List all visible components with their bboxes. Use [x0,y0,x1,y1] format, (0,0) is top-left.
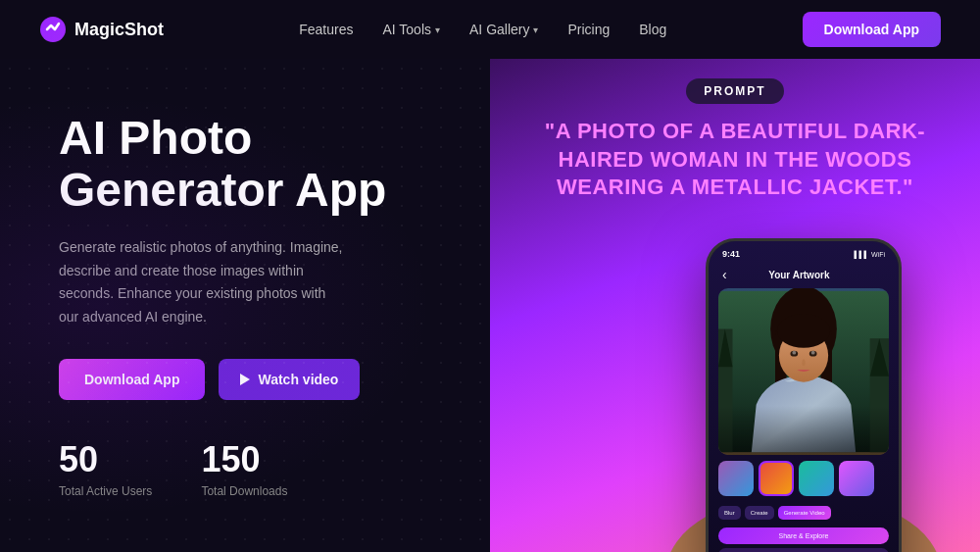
nav-download-button[interactable]: Download App [803,12,941,47]
nav-link-features[interactable]: Features [299,22,353,37]
hero-right-panel: PROMPT "A PHOTO OF A BEAUTIFUL DARK-HAIR… [490,59,980,552]
nav-link-aigallery[interactable]: AI Gallery ▾ [469,22,538,37]
stat-downloads-number: 150 [201,439,287,480]
prompt-text: "A PHOTO OF A BEAUTIFUL DARK-HAIRED WOMA… [510,118,960,202]
phone-header: ‹ Your Artwork [709,263,899,288]
hero-buttons: Download App Watch video [59,359,441,400]
play-icon [240,374,250,385]
blur-action-btn[interactable]: Blur [718,506,741,520]
svg-point-17 [777,314,830,348]
main-content: AI Photo Generator App Generate realisti… [0,59,980,552]
nav-link-aitools[interactable]: AI Tools ▾ [382,22,440,37]
signal-icon: ▐▐▐ [852,251,866,258]
phone-status-icons: ▐▐▐ WiFi [852,251,885,258]
stat-users-number: 50 [59,439,152,480]
chevron-down-icon: ▾ [533,25,538,35]
nav-link-pricing[interactable]: Pricing [567,22,610,37]
phone-ai-image [718,288,889,455]
phone-screen: 9:41 ▐▐▐ WiFi ‹ Your Artwork [709,241,899,552]
stat-users-label: Total Active Users [59,484,152,498]
logo-text: MagicShot [74,20,164,40]
logo[interactable]: MagicShot [39,16,164,43]
hero-watch-button[interactable]: Watch video [219,359,360,400]
stat-active-users: 50 Total Active Users [59,439,152,498]
hero-description: Generate realistic photos of anything. I… [59,236,343,329]
wifi-icon: WiFi [871,251,885,258]
thumbnail-2[interactable] [759,461,794,496]
share-explore-button[interactable]: Share & Explore [718,527,889,544]
svg-point-0 [40,17,66,42]
generate-action-btn[interactable]: Generate Video [778,506,831,520]
stat-downloads-label: Total Downloads [201,484,287,498]
phone-time: 9:41 [722,249,740,259]
phone-download-button[interactable]: Download [718,548,889,552]
image-overlay [718,406,889,455]
thumbnail-3[interactable] [799,461,834,496]
hero-left-panel: AI Photo Generator App Generate realisti… [0,59,490,552]
phone-hand: 9:41 ▐▐▐ WiFi ‹ Your Artwork [647,238,960,552]
back-icon[interactable]: ‹ [722,267,727,282]
svg-point-21 [811,351,815,355]
stat-downloads: 150 Total Downloads [201,439,287,498]
phone-action-buttons: Blur Create Generate Video [709,502,899,524]
phone-thumbnails [709,455,899,502]
chevron-down-icon: ▾ [435,25,440,35]
logo-icon [39,16,67,43]
phone-status-bar: 9:41 ▐▐▐ WiFi [709,241,899,263]
navigation: MagicShot Features AI Tools ▾ AI Gallery… [0,0,980,59]
phone-body: 9:41 ▐▐▐ WiFi ‹ Your Artwork [706,238,902,552]
hero-download-button[interactable]: Download App [59,359,205,400]
thumbnail-4[interactable] [839,461,874,496]
svg-point-20 [792,351,796,355]
phone-mockup: 9:41 ▐▐▐ WiFi ‹ Your Artwork [647,228,960,552]
nav-link-blog[interactable]: Blog [639,22,666,37]
phone-screen-title: Your Artwork [768,270,829,280]
prompt-badge: PROMPT [686,78,783,104]
nav-links: Features AI Tools ▾ AI Gallery ▾ Pricing… [299,22,666,37]
stats-row: 50 Total Active Users 150 Total Download… [59,439,441,498]
hero-title: AI Photo Generator App [59,113,441,217]
create-action-btn[interactable]: Create [745,506,774,520]
thumbnail-1[interactable] [718,461,754,496]
